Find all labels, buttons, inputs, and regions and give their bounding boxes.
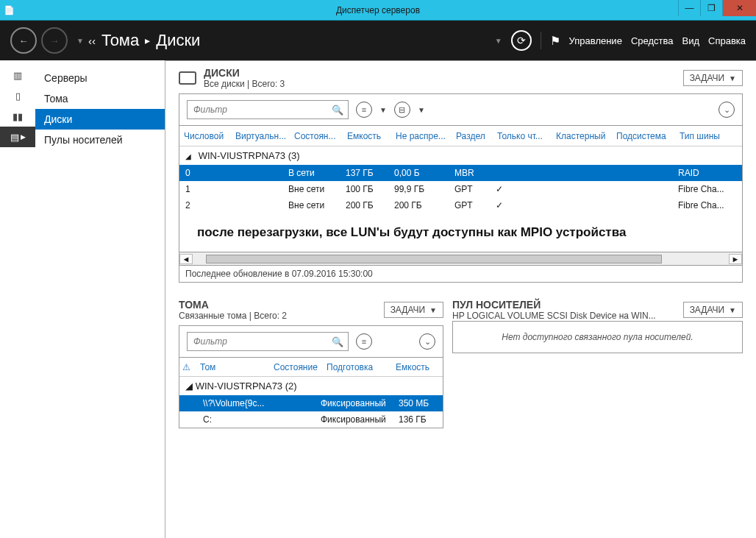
scroll-left-arrow[interactable]: ◄ (179, 254, 193, 264)
col-partition[interactable]: Раздел (454, 131, 496, 141)
pool-subtitle: HP LOGICAL VOLUME SCSI Disk Device на WI… (452, 311, 656, 321)
collapse-icon[interactable]: ◢ (185, 381, 193, 392)
pool-empty-box: Нет доступного связанного пула носителей… (452, 321, 743, 353)
cell-free: 99,9 ГБ (394, 184, 454, 194)
window-title: Диспетчер серверов (0, 5, 756, 15)
disks-group-row[interactable]: ◢ WIN-VIUSTRPNA73 (3) (179, 146, 742, 165)
col-number[interactable]: Числовой (182, 131, 234, 141)
disks-list-view-button[interactable]: ≡ (356, 102, 372, 118)
rail-item-dashboard[interactable]: ▥ (0, 65, 35, 85)
pool-title: ПУЛ НОСИТЕЛЕЙ (452, 299, 656, 311)
cell-part: GPT (454, 200, 496, 210)
search-icon[interactable]: 🔍 (332, 336, 343, 347)
volumes-expand-button[interactable]: ⌄ (419, 333, 435, 350)
disks-expand-button[interactable]: ⌄ (718, 102, 735, 118)
col-clustered[interactable]: Кластерный (554, 131, 615, 141)
sidebar-item-servers[interactable]: Серверы (35, 68, 165, 88)
disk-row-2[interactable]: 2 Вне сети 200 ГБ 200 ГБ GPT ✓ Fibre Cha… (179, 197, 742, 213)
menu-help[interactable]: Справка (708, 35, 746, 46)
collapse-icon[interactable]: ◢ (185, 152, 191, 160)
menu-bar: ← → ▼ ‹‹ Тома ▸ Диски ▼ ⟳ ⚑ Управление С… (0, 21, 756, 60)
disks-tasks-button[interactable]: ЗАДАЧИ ▼ (683, 70, 743, 86)
volumes-list-view-button[interactable]: ≡ (356, 333, 372, 350)
breadcrumb-separator: ▸ (145, 35, 150, 46)
nav-forward-button[interactable]: → (41, 27, 68, 54)
cell-bus: Fibre Cha... (678, 200, 735, 210)
cell-prep: Фиксированный (321, 414, 399, 425)
disks-subtitle: Все диски | Всего: 3 (204, 79, 285, 89)
vol-col-state[interactable]: Состояние (274, 362, 327, 372)
pool-tasks-button[interactable]: ЗАДАЧИ ▼ (683, 302, 743, 318)
col-capacity[interactable]: Емкость (346, 131, 394, 141)
disks-table: Числовой Виртуальн... Состоян... Емкость… (179, 126, 743, 266)
menu-manage[interactable]: Управление (569, 35, 622, 46)
volumes-group-row[interactable]: ◢ WIN-VIUSTRPNA73 (2) (179, 377, 443, 395)
rail-item-local[interactable]: ▯ (0, 85, 35, 106)
col-bustype[interactable]: Тип шины (678, 131, 735, 141)
volumes-toolbar: 🔍 ≡ ⌄ (179, 325, 443, 358)
vol-col-cap[interactable]: Емкость (396, 362, 444, 372)
vol-col-warn[interactable]: ⚠ (182, 362, 200, 372)
search-icon[interactable]: 🔍 (332, 105, 343, 116)
content-area: ДИСКИ Все диски | Всего: 3 ЗАДАЧИ ▼ 🔍 ≡ … (165, 60, 756, 538)
volumes-table: ⚠ Том Состояние Подготовка Емкость ◢ WIN… (179, 358, 443, 428)
disks-group-label: WIN-VIUSTRPNA73 (3) (199, 150, 300, 161)
disks-filter-box[interactable]: 🔍 (187, 100, 349, 119)
disks-table-header: Числовой Виртуальн... Состоян... Емкость… (179, 126, 742, 146)
volumes-subtitle: Связанные тома | Всего: 2 (179, 311, 287, 321)
notification-caret[interactable]: ▼ (495, 37, 502, 45)
nav-back-button[interactable]: ← (10, 27, 37, 54)
caret-down-icon[interactable]: ▼ (418, 106, 425, 114)
col-readonly[interactable]: Только чт... (496, 131, 554, 141)
volumes-tasks-button[interactable]: ЗАДАЧИ ▼ (384, 302, 443, 318)
disk-row-1[interactable]: 1 Вне сети 100 ГБ 99,9 ГБ GPT ✓ Fibre Ch… (179, 181, 742, 197)
caret-down-icon: ▼ (729, 74, 736, 82)
maximize-button[interactable]: ❐ (700, 0, 722, 16)
col-subsystem[interactable]: Подсистема (615, 131, 678, 141)
cell-free: 0,00 Б (394, 168, 454, 178)
cell-ro: ✓ (496, 200, 554, 210)
vol-col-tom[interactable]: Том (200, 362, 274, 372)
col-virtual[interactable]: Виртуальн... (234, 131, 293, 141)
breadcrumb-level2[interactable]: Диски (156, 31, 200, 50)
menu-view[interactable]: Вид (682, 35, 699, 46)
sidebar-item-disks[interactable]: Диски (35, 109, 165, 130)
col-state[interactable]: Состоян... (293, 131, 346, 141)
sidebar-item-pools[interactable]: Пулы носителей (35, 130, 165, 150)
minimize-button[interactable]: — (678, 0, 700, 16)
notifications-flag-icon[interactable]: ⚑ (550, 34, 560, 48)
volumes-filter-input[interactable] (192, 336, 317, 347)
volumes-panel-header: ТОМА Связанные тома | Всего: 2 ЗАДАЧИ ▼ (179, 299, 443, 321)
sidebar-item-volumes[interactable]: Тома (35, 88, 165, 109)
cell-part: MBR (454, 168, 496, 178)
vol-col-prep[interactable]: Подготовка (327, 362, 396, 372)
caret-down-icon[interactable]: ▼ (379, 106, 387, 114)
volumes-table-header: ⚠ Том Состояние Подготовка Емкость (179, 358, 443, 377)
close-button[interactable]: ✕ (722, 0, 756, 16)
menu-tools[interactable]: Средства (631, 35, 674, 46)
rail-item-storage[interactable]: ▤ ▶ (0, 127, 35, 147)
cell-cap: 137 ГБ (346, 168, 394, 178)
disk-row-0[interactable]: 0 В сети 137 ГБ 0,00 Б MBR RAID (179, 165, 742, 181)
volumes-group-label: WIN-VIUSTRPNA73 (2) (196, 381, 297, 392)
col-unallocated[interactable]: Не распре... (394, 131, 454, 141)
volume-row-0[interactable]: \\?\Volume{9c... Фиксированный 350 МБ (179, 395, 443, 411)
disks-filter-view-button[interactable]: ⊟ (394, 102, 410, 118)
nav-history-caret[interactable]: ▼ (76, 37, 84, 45)
disks-filter-input[interactable] (192, 104, 317, 116)
volumes-title: ТОМА (179, 299, 287, 311)
cell-cap: 350 МБ (399, 398, 447, 408)
refresh-button[interactable]: ⟳ (511, 30, 532, 51)
breadcrumb-level1[interactable]: Тома (101, 31, 139, 50)
disks-icon (179, 71, 196, 85)
volume-row-1[interactable]: C: Фиксированный 136 ГБ (179, 411, 443, 428)
rail-item-all[interactable]: ▮▮ (0, 106, 35, 127)
h-scrollbar[interactable]: ◄ ► (179, 252, 742, 265)
cell-cap: 100 ГБ (346, 184, 394, 194)
volumes-filter-box[interactable]: 🔍 (187, 332, 349, 351)
breadcrumb-back-arrows[interactable]: ‹‹ (88, 35, 96, 47)
scroll-right-arrow[interactable]: ► (729, 254, 742, 264)
cell-part: GPT (454, 184, 496, 194)
scroll-thumb[interactable] (206, 255, 662, 263)
scroll-track[interactable] (193, 254, 729, 264)
